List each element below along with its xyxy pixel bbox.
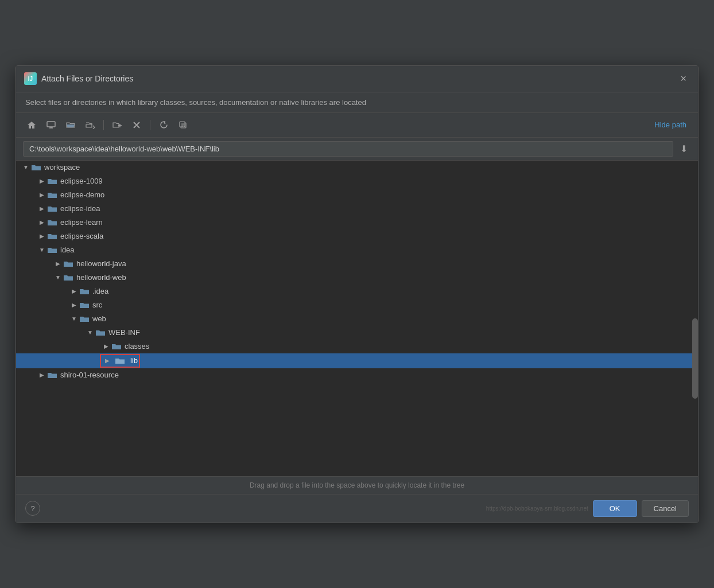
expand-icon: ▶ — [69, 300, 79, 310]
close-button[interactable]: × — [677, 72, 690, 86]
tree-item[interactable]: ▶ shiro-01-resource — [16, 368, 698, 382]
folder-icon — [79, 301, 90, 309]
expand-icon: ▶ — [37, 217, 47, 228]
tree-item-label: web — [92, 314, 106, 323]
scrollbar-track[interactable] — [692, 161, 698, 476]
footer-actions: https://dpb-bobokaoya-sm.blog.csdn.net O… — [486, 500, 689, 517]
tree-item-label: WEB-INF — [108, 328, 140, 337]
expand-icon: ▶ — [37, 204, 47, 214]
tree-item-label: eclipse-demo — [60, 190, 104, 199]
expand-icon: ▶ — [37, 231, 47, 242]
home-button[interactable] — [23, 118, 40, 133]
tree-item-label: workspace — [44, 163, 80, 172]
tree-item-label: eclipse-1009 — [60, 177, 103, 185]
path-input[interactable] — [23, 141, 673, 157]
footer-url: https://dpb-bobokaoya-sm.blog.csdn.net — [486, 505, 588, 512]
tree-item[interactable]: ▶ classes — [16, 340, 698, 353]
tree-item[interactable]: ▶ eclipse-1009 — [16, 174, 698, 188]
hide-path-button[interactable]: Hide path — [650, 118, 691, 131]
help-button[interactable]: ? — [25, 501, 40, 516]
folder-icon — [63, 274, 73, 282]
folder-icon — [47, 219, 57, 227]
tree-item[interactable]: ▼ helloworld-web — [16, 271, 698, 285]
drag-drop-hint: Drag and drop a file into the space abov… — [16, 476, 698, 494]
svg-rect-0 — [47, 122, 55, 127]
folder-icon — [47, 191, 57, 199]
expand-icon: ▶ — [69, 286, 79, 297]
tree-item-label: eclipse-learn — [60, 218, 103, 227]
folder-icon — [47, 205, 57, 213]
expand-icon: ▼ — [85, 328, 95, 338]
expand-icon: ▶ — [37, 190, 47, 200]
desktop-button[interactable] — [42, 118, 60, 133]
tree-item-label: lib — [130, 356, 138, 365]
folder-icon — [79, 315, 90, 323]
folder-icon — [111, 342, 122, 351]
folder-icon — [47, 246, 57, 254]
tree-item[interactable]: ▼ WEB-INF — [16, 326, 698, 340]
tree-item-selected[interactable]: ▶ lib — [16, 353, 698, 368]
cancel-button[interactable]: Cancel — [642, 500, 689, 517]
tree-item[interactable]: ▼ idea — [16, 243, 698, 257]
folder-icon — [95, 329, 106, 337]
tree-item[interactable]: ▼ web — [16, 312, 698, 326]
tree-item-label: src — [92, 301, 102, 309]
tree-item-label: idea — [60, 246, 75, 254]
folder-open-button[interactable] — [62, 118, 79, 133]
tree-item[interactable]: ▶ eclipse-demo — [16, 188, 698, 202]
tree-item-label: eclipse-idea — [60, 204, 100, 213]
folder-icon — [47, 371, 57, 379]
tree-item-label: helloworld-web — [76, 273, 126, 282]
separator-1 — [103, 120, 104, 130]
ok-button[interactable]: OK — [593, 500, 637, 517]
tree-item-label: .idea — [92, 287, 108, 295]
tree-item[interactable]: ▶ eclipse-learn — [16, 216, 698, 229]
copy-path-button[interactable] — [174, 118, 192, 133]
folder-icon — [115, 357, 125, 365]
expand-icon: ▶ — [101, 341, 111, 352]
new-folder-button[interactable] — [108, 118, 126, 133]
expand-icon: ▶ — [53, 259, 63, 269]
title-bar: IJ Attach Files or Directories × — [16, 66, 698, 92]
attach-files-dialog: IJ Attach Files or Directories × Select … — [15, 65, 699, 523]
tree-item-label: shiro-01-resource — [60, 371, 119, 379]
tree-item[interactable]: ▶ eclipse-scala — [16, 229, 698, 243]
folder-icon — [31, 163, 41, 172]
folder-icon — [79, 287, 90, 295]
file-tree: ▼ workspace ▶ eclipse-1009 ▶ eclipse-dem… — [16, 161, 698, 476]
folder-nav-button[interactable] — [82, 118, 99, 133]
separator-2 — [150, 120, 150, 130]
tree-item[interactable]: ▶ eclipse-idea — [16, 202, 698, 216]
download-button[interactable]: ⬇ — [677, 141, 691, 157]
delete-button[interactable] — [128, 118, 145, 133]
folder-icon — [63, 260, 73, 268]
expand-icon: ▼ — [53, 272, 63, 283]
refresh-button[interactable] — [155, 118, 172, 133]
expand-icon: ▶ — [37, 370, 47, 380]
expand-icon: ▶ — [102, 356, 112, 366]
expand-icon: ▼ — [69, 314, 79, 324]
path-bar: ⬇ — [16, 138, 698, 161]
tree-item[interactable]: ▼ workspace — [16, 161, 698, 174]
dialog-title: Attach Files or Directories — [41, 74, 133, 83]
app-icon: IJ — [24, 72, 37, 85]
expand-icon: ▼ — [21, 162, 31, 173]
expand-icon: ▼ — [37, 245, 47, 255]
tree-item-label: classes — [125, 342, 149, 351]
footer: ? https://dpb-bobokaoya-sm.blog.csdn.net… — [16, 494, 698, 523]
dialog-subtitle: Select files or directories in which lib… — [16, 92, 698, 113]
tree-item[interactable]: ▶ .idea — [16, 285, 698, 298]
scrollbar-thumb[interactable] — [692, 318, 698, 399]
expand-icon: ▶ — [37, 176, 47, 186]
toolbar: Hide path — [16, 113, 698, 138]
tree-item[interactable]: ▶ helloworld-java — [16, 257, 698, 271]
tree-item-label: helloworld-java — [76, 259, 126, 268]
folder-icon — [47, 232, 57, 240]
tree-item-label: eclipse-scala — [60, 232, 103, 240]
tree-item[interactable]: ▶ src — [16, 298, 698, 312]
toolbar-buttons — [23, 118, 192, 133]
folder-icon — [47, 177, 57, 185]
